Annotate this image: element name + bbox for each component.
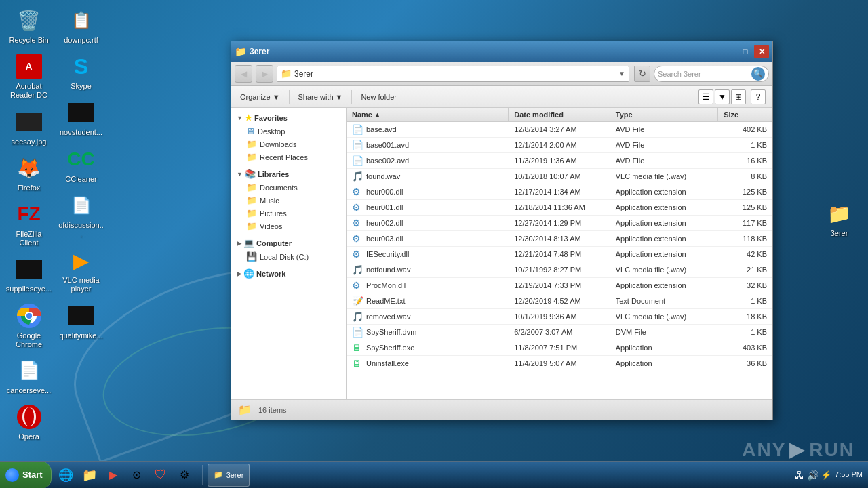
table-row[interactable]: ⚙ heur002.dll 12/27/2014 1:29 PM Applica… — [347, 216, 772, 231]
nav-item-videos[interactable]: 📁 Videos — [231, 220, 346, 232]
main-content: ▼ ★ Favorites 🖥 Desktop 📁 Downloads 📁 Re… — [231, 108, 772, 399]
table-row[interactable]: ⚙ heur001.dll 12/18/2014 11:36 AM Applic… — [347, 200, 772, 216]
desktop-icon-3erer-right[interactable]: 📁 3erer — [814, 197, 865, 241]
desktop-icon-chrome[interactable]: Google Chrome — [3, 299, 54, 352]
address-bar[interactable]: 📁 3erer ▼ — [277, 66, 629, 82]
favorites-section[interactable]: ▼ ★ Favorites — [231, 111, 346, 125]
desktop-icon-firefox[interactable]: 🦊 Firefox — [3, 151, 54, 196]
new-folder-button[interactable]: New folder — [355, 88, 402, 106]
explorer-window: 📁 3erer ─ □ ✕ ◀ ▶ 📁 3erer ▼ ↻ Search 3er… — [231, 41, 773, 420]
taskbar-folder-icon[interactable]: 📁 — [79, 464, 100, 486]
table-row[interactable]: 🎵 notfound.wav 10/21/1992 8:27 PM VLC me… — [347, 262, 772, 278]
nav-item-pictures[interactable]: 📁 Pictures — [231, 207, 346, 220]
file-type-icon: 🎵 — [352, 171, 363, 182]
file-name-cell: ⚙ heur000.dll — [347, 184, 509, 199]
desktop-icon-recycle-bin[interactable]: 🗑️ Recycle Bin — [3, 3, 54, 48]
taskbar-network-icon[interactable]: 🖧 — [795, 470, 804, 481]
search-bar[interactable]: Search 3erer 🔍 — [654, 66, 769, 82]
column-header-type[interactable]: Type — [610, 108, 718, 121]
file-name: base002.avd — [366, 157, 409, 165]
libraries-section[interactable]: ▼ 📚 Libraries — [231, 167, 346, 181]
file-type-icon: 🖥 — [352, 358, 363, 369]
file-name-cell: 🎵 found.wav — [347, 169, 509, 184]
taskbar-settings-icon[interactable]: ⚙ — [174, 464, 195, 486]
table-row[interactable]: ⚙ ProcMon.dll 12/19/2014 7:33 PM Applica… — [347, 278, 772, 293]
table-row[interactable]: ⚙ heur003.dll 12/30/2014 8:13 AM Applica… — [347, 231, 772, 247]
desktop-icon-opera[interactable]: Opera — [3, 400, 54, 445]
taskbar-ie-icon[interactable]: 🌐 — [55, 464, 77, 486]
nav-item-desktop[interactable]: 🖥 Desktop — [231, 125, 346, 138]
taskbar-media-icon[interactable]: ▶ — [102, 464, 124, 486]
table-row[interactable]: 📝 ReadME.txt 12/20/2019 4:52 AM Text Doc… — [347, 293, 772, 309]
novstud-label: novstudent... — [60, 128, 102, 137]
table-row[interactable]: 🖥 Uninstall.exe 11/4/2019 5:07 AM Applic… — [347, 356, 772, 371]
taskbar-chrome-icon[interactable]: ⊙ — [126, 464, 148, 486]
view-list-button[interactable]: ☰ — [698, 89, 713, 104]
nav-item-recent-places[interactable]: 📁 Recent Places — [231, 150, 346, 163]
file-type-cell: AVD File — [610, 155, 718, 167]
close-button[interactable]: ✕ — [754, 45, 769, 58]
taskbar-shield-icon[interactable]: 🛡 — [150, 464, 172, 486]
desktop-icon-acrobat[interactable]: A Acrobat Reader DC — [3, 49, 54, 103]
nav-item-music[interactable]: 📁 Music — [231, 194, 346, 207]
column-header-size[interactable]: Size — [718, 108, 772, 121]
taskbar-quick-launch: 🌐 📁 ▶ ⊙ 🛡 ⚙ — [52, 464, 199, 486]
file-list-header: Name ▲ Date modified Type Size — [347, 108, 772, 122]
column-header-date[interactable]: Date modified — [509, 108, 610, 121]
refresh-button[interactable]: ↻ — [634, 66, 650, 82]
table-row[interactable]: 🎵 removed.wav 10/1/2019 9:36 AM VLC medi… — [347, 309, 772, 325]
help-button[interactable]: ? — [751, 89, 766, 104]
table-row[interactable]: 🖥 SpySheriff.exe 11/8/2007 7:51 PM Appli… — [347, 340, 772, 356]
table-row[interactable]: 📄 SpySheriff.dvm 6/2/2007 3:07 AM DVM Fi… — [347, 325, 772, 340]
desktop-icon-cancerseve[interactable]: 📄 cancerseve... — [3, 354, 54, 399]
column-header-name[interactable]: Name ▲ — [347, 108, 509, 121]
table-row[interactable]: 📄 base.avd 12/8/2014 3:27 AM AVD File 40… — [347, 122, 772, 138]
file-date-cell: 12/18/2014 11:36 AM — [509, 201, 610, 214]
desktop-icon-vlc[interactable]: ▶ VLC media player — [56, 243, 106, 297]
network-section[interactable]: ▶ 🌐 Network — [231, 266, 346, 281]
nav-item-local-disk[interactable]: 💾 Local Disk (C:) — [231, 250, 346, 263]
desktop: 🗑️ Recycle Bin A Acrobat Reader DC seesa… — [0, 0, 868, 488]
organize-button[interactable]: Organize ▼ — [235, 88, 285, 106]
nav-item-downloads[interactable]: 📁 Downloads — [231, 138, 346, 150]
share-with-arrow: ▼ — [336, 93, 343, 101]
table-row[interactable]: 📄 base001.avd 12/1/2014 2:00 AM AVD File… — [347, 138, 772, 153]
desktop-icon-skype[interactable]: S Skype — [56, 49, 106, 94]
file-type-icon: 📝 — [352, 296, 363, 306]
file-name: SpySheriff.exe — [366, 344, 414, 352]
taskbar-clock[interactable]: 7:55 PM — [835, 470, 863, 479]
file-type-cell: AVD File — [610, 139, 718, 151]
desktop-icon-ccleaner[interactable]: CC CCleaner — [56, 142, 106, 187]
file-name-cell: 🖥 SpySheriff.exe — [347, 340, 509, 355]
network-label: Network — [256, 270, 285, 278]
view-dropdown-button[interactable]: ▼ — [715, 89, 730, 104]
table-row[interactable]: ⚙ IESecurity.dll 12/21/2014 7:48 PM Appl… — [347, 247, 772, 262]
view-preview-button[interactable]: ⊞ — [731, 89, 746, 104]
minimize-button[interactable]: ─ — [722, 45, 736, 58]
start-button[interactable]: Start — [0, 462, 52, 489]
desktop-icon-ofdiscussion[interactable]: 📄 ofdiscussion... — [56, 188, 106, 242]
desktop-icon-seesay[interactable]: seesay.jpg — [3, 105, 54, 150]
taskbar-app-explorer[interactable]: 📁 3erer — [208, 464, 250, 487]
table-row[interactable]: ⚙ heur000.dll 12/17/2014 1:34 AM Applica… — [347, 184, 772, 200]
computer-section[interactable]: ▶ 💻 Computer — [231, 236, 346, 250]
address-dropdown-arrow[interactable]: ▼ — [618, 70, 625, 77]
table-row[interactable]: 🎵 found.wav 10/1/2018 10:07 AM VLC media… — [347, 169, 772, 184]
forward-button[interactable]: ▶ — [256, 65, 273, 83]
file-date-cell: 12/30/2014 8:13 AM — [509, 232, 610, 245]
desktop-icon-suppliesy[interactable]: supplieseye... — [3, 252, 54, 297]
taskbar-battery-icon[interactable]: ⚡ — [821, 470, 831, 480]
share-with-button[interactable]: Share with ▼ — [293, 88, 349, 106]
filezilla-label: FileZilla Client — [5, 230, 52, 247]
maximize-button[interactable]: □ — [738, 45, 753, 58]
nav-recent-places-label: Recent Places — [260, 153, 308, 161]
table-row[interactable]: 📄 base002.avd 11/3/2019 1:36 AM AVD File… — [347, 153, 772, 169]
desktop-icon-novstud[interactable]: novstudent... — [56, 96, 106, 140]
taskbar-sound-icon[interactable]: 🔊 — [807, 470, 818, 481]
search-button[interactable]: 🔍 — [751, 67, 765, 81]
back-button[interactable]: ◀ — [235, 65, 252, 83]
desktop-icon-filezilla[interactable]: FZ FileZilla Client — [3, 197, 54, 251]
nav-item-documents[interactable]: 📁 Documents — [231, 181, 346, 194]
desktop-icon-qualitymike[interactable]: qualitymike... — [56, 299, 106, 344]
desktop-icon-downpc[interactable]: 📋 downpc.rtf — [56, 3, 106, 48]
